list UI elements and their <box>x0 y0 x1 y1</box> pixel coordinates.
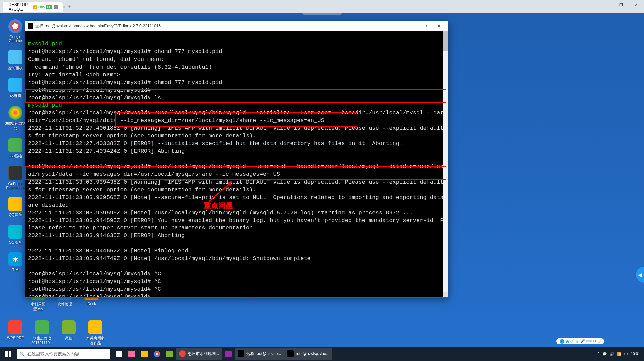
new-tab-button[interactable]: + <box>65 2 74 11</box>
ime-text: 英 拼 <box>566 339 574 344</box>
tray-chevron-icon[interactable]: ˄ <box>598 352 600 356</box>
browser-header: DESKTOP-A7GQ... 📶 0ms HD T × + ─ ❐ ✕ <box>0 0 644 13</box>
maximize-button[interactable]: ❐ <box>613 0 629 10</box>
t-badge: T <box>54 5 58 9</box>
icon-label: 控制面板 <box>5 66 26 71</box>
term-line: Try: apt install <deb name> <box>28 72 120 78</box>
desktop-icon-360zip[interactable]: 360压缩 <box>5 138 26 159</box>
terminal-content[interactable]: mysqld.pid root@hzslsp:/usr/local/mysql/… <box>25 31 448 297</box>
terminal-title-prefix: 选择 <box>35 23 43 29</box>
desktop-icon-geforce[interactable]: GeForce Experience <box>5 166 26 190</box>
term-line: 2022-11-11T01:33:03.944749Z 0 [Note] /us… <box>28 255 311 262</box>
wechat-icon <box>166 351 173 357</box>
desktop-icon-waterdoc[interactable]: 水生态修改201701110... <box>31 320 53 346</box>
term-line: Command 'chomd' not found, did you mean: <box>28 56 164 63</box>
control-panel-icon <box>8 50 22 64</box>
term-line: command 'chmod' from deb coreutils (8.32… <box>28 64 212 70</box>
taskbar-items: 惠州市水利规划... 远程 root@hzslsp... root@hzslsp… <box>113 347 332 361</box>
browser-360-icon <box>8 106 22 120</box>
ime-logo-icon <box>560 339 564 344</box>
terminal-close-button[interactable]: ✕ <box>432 22 445 30</box>
taskbar-item-browser[interactable]: 惠州市水利规划... <box>176 348 222 360</box>
terminal-maximize-button[interactable]: ☐ <box>419 22 432 30</box>
svg-line-0 <box>209 182 232 202</box>
tray-clock[interactable]: 10:01 <box>631 352 640 356</box>
taskbar-tray: ˄ 💬 🔊 📶 中 10:01 <box>598 352 643 357</box>
taskbar-item-explorer[interactable] <box>138 348 150 360</box>
icon-label: TIM <box>5 268 26 272</box>
close-button[interactable]: ✕ <box>629 0 644 10</box>
icon-label: 此电脑 <box>5 93 26 98</box>
rdp-toolbar-handle[interactable] <box>302 13 342 15</box>
tray-icon-1[interactable]: 💬 <box>602 352 607 356</box>
taskbar-item-taskview[interactable] <box>113 348 125 360</box>
ime-emoji-icon[interactable]: ☺ <box>575 339 579 343</box>
taskbar-item-wechat[interactable] <box>164 348 176 360</box>
term-line: 2022-11-11T01:33:03.939568Z 0 [Note] --s… <box>28 194 447 208</box>
desktop-icon-tim[interactable]: ✱TIM <box>5 252 26 272</box>
scrollbar-thumb[interactable] <box>443 31 448 51</box>
term-line: mysqld.pid <box>28 102 62 108</box>
minimize-button[interactable]: ─ <box>598 0 613 10</box>
taskbar-item-app1[interactable] <box>126 348 138 360</box>
taskbar-item-app2[interactable] <box>222 348 234 360</box>
taskbar-item-chrome[interactable] <box>151 348 163 360</box>
desktop-icon-qqmusic[interactable]: QQ音乐 <box>5 197 26 217</box>
folder-icon <box>88 320 102 334</box>
term-line: root@hzslsp:/usr/local/mysql/mysqld# /us… <box>28 163 444 177</box>
remote-desktop: Google Chrome 控制面板 此电脑 360极速浏览器 360压缩 Ge… <box>0 13 644 361</box>
term-line: root@hzslsp:/usr/local/mysql/mysqld# ls <box>28 95 161 101</box>
tray-ime-icon[interactable]: 中 <box>624 352 628 357</box>
terminal-titlebar[interactable]: 选择 root@hzslsp: /home/hzwrbadmin/EasyCVR… <box>25 21 448 31</box>
term-line: 2022-11-11T01:32:27.400188Z 0 [Warning] … <box>28 125 444 139</box>
svg-rect-4 <box>5 354 8 357</box>
ime-mic-icon[interactable]: 🎤 <box>580 339 585 343</box>
geforce-icon <box>8 166 22 180</box>
doc-icon <box>35 320 49 334</box>
icon-label: 微信 <box>58 336 79 341</box>
icon-label: GeForce Experience <box>5 182 26 190</box>
terminal-minimize-button[interactable]: ─ <box>405 22 419 30</box>
terminal-titlebar-icon <box>28 23 33 29</box>
ime-pill[interactable]: 英 拼 ☺ 🎤 ⌨ ⚙ ⊞ <box>556 338 604 344</box>
ime-more-icon[interactable]: ⊞ <box>598 339 601 343</box>
taskbar: 🔍 在这里输入你要搜索的内容 惠州市水利规划... 远程 root@hzslsp… <box>0 347 644 361</box>
taskbar-search[interactable]: 🔍 在这里输入你要搜索的内容 <box>17 349 110 359</box>
ime-floating: 英 拼 ☺ 🎤 ⌨ ⚙ ⊞ <box>556 338 604 344</box>
app-icon <box>128 351 135 357</box>
desktop-icon-wechat[interactable]: 微信 <box>58 320 79 346</box>
tb-label: 远程 root@hzslsp... <box>246 351 281 357</box>
desktop-icon-360browser[interactable]: 360极速浏览器 <box>5 106 26 131</box>
tray-icon-2[interactable]: 🔊 <box>610 352 614 356</box>
tray-network-icon[interactable]: 📶 <box>617 352 622 356</box>
icon-label: 水利局配置.zip <box>27 302 49 312</box>
term-line: root@hzslsp:/usr/local/mysql/mysqld# ^C <box>28 271 161 277</box>
desktop-icon-wps[interactable]: WPS PDF <box>5 320 26 346</box>
desktop-icon-qqvideo[interactable]: QQ影音 <box>5 225 26 245</box>
terminal-scrollbar[interactable]: ▾ <box>443 31 448 297</box>
browser-tab[interactable]: DESKTOP-A7GQ... 📶 0ms HD T × <box>3 2 63 12</box>
taskview-icon <box>116 351 122 357</box>
taskbar-item-terminal[interactable]: root@hzslsp: /ho... <box>284 348 332 360</box>
desktop-icons-column: Google Chrome 控制面板 此电脑 360极速浏览器 360压缩 Ge… <box>5 19 26 272</box>
clock-time: 10:01 <box>631 352 640 356</box>
desktop-icon-folder[interactable]: 水美惠州参赛作品 <box>85 320 106 346</box>
app-icon <box>225 351 232 357</box>
sidebar-widget-button[interactable]: ◀ <box>636 267 644 283</box>
tb-label: 惠州市水利规划... <box>188 351 219 357</box>
icon-label: Google Chrome <box>5 35 26 43</box>
icon-label: 水美惠州参赛作品 <box>85 336 106 346</box>
desktop-icon-this-pc[interactable]: 此电脑 <box>5 78 26 98</box>
desktop-icon-control-panel[interactable]: 控制面板 <box>5 50 26 71</box>
icon-label: 360极速浏览器 <box>5 121 26 131</box>
desktop-icon-chrome[interactable]: Google Chrome <box>5 19 26 43</box>
tab-title: DESKTOP-A7GQ... <box>9 2 29 12</box>
zip-360-icon <box>8 138 22 152</box>
term-line: root@hzslsp:/usr/local/mysql/mysqld# <box>28 294 151 297</box>
qqmusic-icon <box>8 197 22 211</box>
ime-settings-icon[interactable]: ⚙ <box>593 339 596 343</box>
taskbar-item-remote[interactable]: 远程 root@hzslsp... <box>235 348 284 360</box>
scrollbar-down-icon[interactable]: ▾ <box>443 292 448 297</box>
start-button[interactable] <box>1 347 15 361</box>
ime-keyboard-icon[interactable]: ⌨ <box>586 339 592 343</box>
